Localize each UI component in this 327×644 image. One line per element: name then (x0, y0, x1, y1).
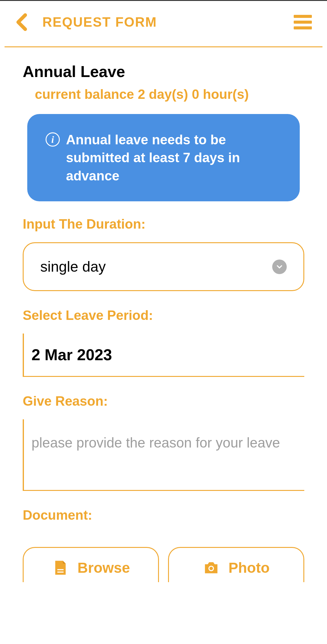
header-left: REQUEST FORM (15, 13, 157, 31)
browse-label: Browse (78, 559, 130, 576)
leave-type-title: Annual Leave (23, 62, 304, 81)
info-icon: i (45, 132, 60, 147)
photo-label: Photo (229, 559, 270, 576)
document-label: Document: (23, 508, 304, 523)
svg-text:i: i (51, 134, 54, 145)
chevron-down-icon (272, 260, 287, 274)
info-text: Annual leave needs to be submitted at le… (66, 131, 282, 185)
balance-text: current balance 2 day(s) 0 hour(s) (23, 87, 304, 102)
content: Annual Leave current balance 2 day(s) 0 … (0, 47, 327, 582)
svg-rect-2 (57, 569, 64, 570)
duration-value: single day (40, 258, 106, 275)
period-label: Select Leave Period: (23, 308, 304, 323)
page-title: REQUEST FORM (42, 15, 157, 30)
date-field[interactable]: 2 Mar 2023 (23, 334, 304, 377)
back-icon[interactable] (15, 13, 27, 31)
camera-icon (203, 559, 220, 576)
duration-label: Input The Duration: (23, 216, 304, 232)
reason-label: Give Reason: (23, 394, 304, 409)
svg-point-5 (209, 567, 213, 570)
browse-button[interactable]: Browse (23, 547, 159, 582)
svg-rect-3 (57, 572, 64, 572)
menu-icon[interactable] (294, 15, 312, 29)
reason-input[interactable] (31, 433, 297, 472)
duration-dropdown[interactable]: single day (23, 242, 304, 291)
document-buttons: Browse Photo (23, 547, 304, 582)
photo-button[interactable]: Photo (168, 547, 304, 582)
document-icon (52, 559, 68, 576)
date-value: 2 Mar 2023 (31, 346, 297, 364)
header: REQUEST FORM (0, 1, 327, 46)
reason-field-container (23, 419, 304, 491)
info-banner: i Annual leave needs to be submitted at … (27, 114, 300, 201)
